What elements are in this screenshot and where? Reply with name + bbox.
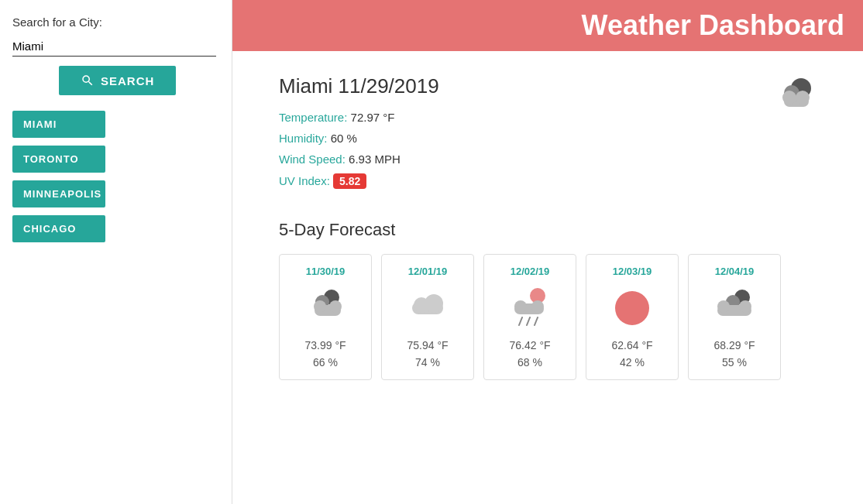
search-label: Search for a City: bbox=[12, 15, 216, 29]
search-button[interactable]: SEARCH bbox=[59, 66, 176, 95]
svg-point-25 bbox=[739, 300, 751, 313]
uv-row: UV Index: 5.82 bbox=[279, 173, 832, 189]
forecast-card: 12/03/19 62.64 °F 42 % bbox=[586, 254, 679, 380]
svg-point-12 bbox=[425, 294, 443, 313]
forecast-temp: 73.99 °F bbox=[304, 339, 346, 351]
current-weather-icon bbox=[762, 74, 817, 120]
forecast-icon bbox=[609, 285, 655, 331]
forecast-card: 12/04/19 68.29 °F 55 % bbox=[688, 254, 781, 380]
svg-point-15 bbox=[514, 300, 527, 313]
sidebar: Search for a City: SEARCH MIAMITORONTOMI… bbox=[0, 0, 232, 504]
forecast-humidity: 55 % bbox=[722, 356, 747, 369]
header-title: Weather Dashboard bbox=[582, 9, 844, 41]
forecast-humidity: 68 % bbox=[517, 356, 542, 369]
forecast-humidity: 74 % bbox=[415, 356, 440, 369]
temperature-row: Temperature: 72.97 °F bbox=[279, 111, 832, 124]
svg-point-16 bbox=[531, 300, 544, 313]
temperature-label: Temperature: bbox=[279, 111, 347, 124]
sidebar-city-miami[interactable]: MIAMI bbox=[12, 111, 105, 138]
sidebar-city-chicago[interactable]: CHICAGO bbox=[12, 215, 105, 242]
sidebar-city-toronto[interactable]: TORONTO bbox=[12, 146, 105, 173]
svg-point-9 bbox=[329, 300, 342, 313]
svg-line-19 bbox=[535, 317, 538, 325]
forecast-date: 12/02/19 bbox=[511, 266, 550, 277]
forecast-temp: 68.29 °F bbox=[713, 339, 755, 351]
forecast-title: 5-Day Forecast bbox=[279, 220, 832, 240]
svg-point-8 bbox=[314, 300, 326, 313]
svg-point-24 bbox=[717, 300, 730, 313]
humidity-label: Humidity: bbox=[279, 132, 328, 145]
wind-value: 6.93 MPH bbox=[349, 153, 401, 166]
wind-label: Wind Speed: bbox=[279, 153, 346, 166]
search-input[interactable] bbox=[12, 36, 216, 57]
page-header: Weather Dashboard bbox=[232, 0, 863, 51]
forecast-humidity: 66 % bbox=[313, 356, 338, 369]
forecast-temp: 62.64 °F bbox=[611, 339, 652, 351]
forecast-card: 12/02/19 76.42 °F 68 % bbox=[483, 254, 576, 380]
uv-badge: 5.82 bbox=[333, 173, 366, 189]
forecast-icon bbox=[507, 285, 553, 331]
svg-line-17 bbox=[519, 317, 522, 325]
search-btn-label: SEARCH bbox=[101, 74, 154, 87]
search-icon bbox=[81, 74, 95, 87]
uv-label: UV Index: bbox=[279, 174, 330, 187]
humidity-value: 60 % bbox=[331, 132, 357, 145]
forecast-date: 12/03/19 bbox=[613, 266, 652, 277]
temperature-value: 72.97 °F bbox=[351, 111, 395, 124]
forecast-humidity: 42 % bbox=[620, 356, 645, 369]
forecast-date: 12/04/19 bbox=[715, 266, 755, 277]
forecast-icon bbox=[302, 285, 349, 331]
forecast-icon bbox=[711, 285, 758, 331]
forecast-card: 11/30/19 73.99 °F 66 % bbox=[279, 254, 372, 380]
main-content: Weather Dashboard Miami 11/29/2019 Tempe… bbox=[232, 0, 863, 504]
forecast-temp: 75.94 °F bbox=[407, 339, 448, 351]
svg-line-18 bbox=[527, 317, 530, 325]
forecast-card: 12/01/19 75.94 °F 74 % bbox=[381, 254, 474, 380]
svg-point-20 bbox=[615, 291, 649, 325]
wind-row: Wind Speed: 6.93 MPH bbox=[279, 153, 832, 166]
sidebar-city-minneapolis[interactable]: MINNEAPOLIS bbox=[12, 180, 105, 207]
forecast-date: 12/01/19 bbox=[408, 266, 448, 277]
svg-point-4 bbox=[796, 91, 810, 105]
humidity-row: Humidity: 60 % bbox=[279, 132, 832, 145]
forecast-date: 11/30/19 bbox=[306, 266, 346, 277]
forecast-cards: 11/30/19 73.99 °F 66 % 12/01/19 75.94 °F… bbox=[279, 254, 832, 380]
forecast-section: 5-Day Forecast 11/30/19 73.99 °F 66 % 12… bbox=[232, 212, 863, 403]
city-list: MIAMITORONTOMINNEAPOLISCHICAGO bbox=[12, 111, 216, 242]
forecast-icon bbox=[404, 285, 451, 331]
current-weather: Miami 11/29/2019 Temperature: 72.97 °F H… bbox=[232, 51, 863, 212]
forecast-temp: 76.42 °F bbox=[509, 339, 550, 351]
city-date: Miami 11/29/2019 bbox=[279, 74, 832, 98]
svg-point-3 bbox=[782, 91, 796, 105]
